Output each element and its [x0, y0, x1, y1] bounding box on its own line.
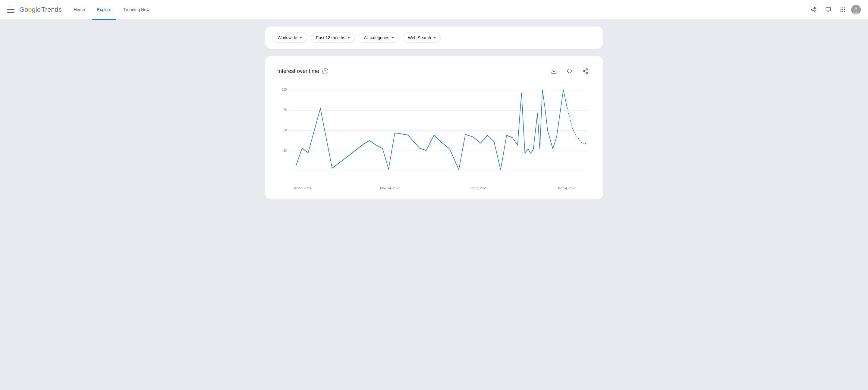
svg-point-12: [842, 9, 843, 10]
time-filter[interactable]: Past 12 months: [311, 33, 355, 43]
chart-title-area: Interest over time ?: [277, 68, 328, 74]
chart-card: Interest over time ?: [265, 56, 603, 200]
chart-svg: 100 75 50 25: [277, 86, 591, 183]
x-label-dec: Dec 24, 2023: [557, 186, 576, 190]
logo[interactable]: Google Trends: [19, 6, 62, 13]
y-label-100: 100: [282, 87, 287, 91]
avatar[interactable]: [851, 5, 861, 14]
category-label: All categories: [364, 35, 389, 40]
feedback-button[interactable]: [822, 4, 834, 16]
x-label-sep: Sep 3, 2023: [470, 186, 487, 190]
chart-title: Interest over time: [277, 68, 319, 74]
chart-container: 100 75 50 25 Jan 22, 2023 May 14, 2023 S…: [277, 86, 591, 190]
main-content: Worldwide Past 12 months All categories …: [217, 19, 651, 214]
x-label-may: May 14, 2023: [380, 186, 400, 190]
embed-button[interactable]: [564, 66, 575, 77]
search-type-filter[interactable]: Web Search: [403, 33, 441, 43]
svg-point-15: [842, 11, 843, 12]
help-icon[interactable]: ?: [322, 68, 328, 74]
svg-point-8: [841, 7, 841, 8]
chart-actions: [549, 66, 591, 77]
chart-share-button[interactable]: [580, 66, 591, 77]
download-button[interactable]: [549, 66, 559, 77]
svg-point-13: [844, 9, 845, 10]
header-nav: Home Explore Trending Now: [69, 5, 808, 14]
logo-trends-text: Trends: [41, 6, 62, 13]
y-label-25: 25: [284, 148, 287, 152]
location-label: Worldwide: [278, 35, 297, 40]
hamburger-icon[interactable]: [7, 6, 14, 13]
svg-line-25: [584, 70, 586, 70]
location-chevron: [300, 37, 302, 38]
category-chevron: [392, 37, 394, 38]
location-filter[interactable]: Worldwide: [273, 33, 307, 43]
chart-header: Interest over time ?: [277, 66, 591, 77]
chart-line-dotted: [567, 108, 587, 144]
svg-point-18: [855, 7, 858, 10]
svg-rect-5: [826, 7, 831, 11]
svg-point-9: [842, 7, 843, 8]
filter-bar: Worldwide Past 12 months All categories …: [265, 27, 603, 49]
time-chevron: [347, 37, 350, 38]
chart-x-labels: Jan 22, 2023 May 14, 2023 Sep 3, 2023 De…: [277, 184, 591, 190]
y-label-75: 75: [284, 108, 287, 112]
nav-explore[interactable]: Explore: [92, 5, 116, 14]
svg-line-3: [813, 10, 815, 11]
svg-line-24: [584, 71, 586, 72]
svg-point-11: [841, 9, 841, 10]
logo-google: Google: [19, 6, 41, 13]
header-left: Google Trends: [7, 6, 69, 13]
search-type-label: Web Search: [408, 35, 431, 40]
y-label-50: 50: [284, 128, 287, 132]
svg-point-16: [844, 11, 845, 12]
share-button[interactable]: [808, 4, 820, 16]
header-actions: [808, 4, 861, 16]
nav-trending-now[interactable]: Trending Now: [119, 5, 155, 14]
search-type-chevron: [433, 37, 436, 38]
nav-home[interactable]: Home: [69, 5, 90, 14]
category-filter[interactable]: All categories: [359, 33, 399, 43]
svg-line-4: [813, 8, 815, 9]
x-label-jan: Jan 22, 2023: [292, 186, 311, 190]
chart-line-solid: [296, 90, 567, 170]
svg-point-10: [844, 7, 845, 8]
apps-button[interactable]: [837, 4, 849, 16]
time-label: Past 12 months: [316, 35, 345, 40]
svg-point-14: [841, 11, 841, 12]
header: Google Trends Home Explore Trending Now: [0, 0, 868, 19]
